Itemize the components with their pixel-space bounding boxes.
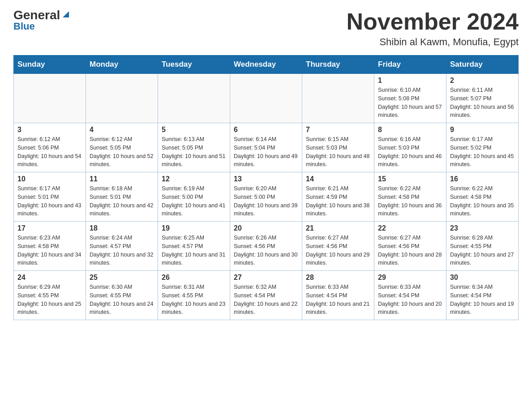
calendar-week-1: 1Sunrise: 6:10 AMSunset: 5:08 PMDaylight… (14, 74, 519, 123)
calendar-cell: 28Sunrise: 6:33 AMSunset: 4:54 PMDayligh… (302, 271, 374, 320)
calendar-cell: 10Sunrise: 6:17 AMSunset: 5:01 PMDayligh… (14, 172, 86, 222)
calendar-cell: 1Sunrise: 6:10 AMSunset: 5:08 PMDaylight… (374, 74, 446, 123)
calendar-cell: 22Sunrise: 6:27 AMSunset: 4:56 PMDayligh… (374, 222, 446, 271)
day-info: Sunrise: 6:23 AMSunset: 4:58 PMDaylight:… (17, 234, 82, 267)
day-number: 3 (17, 126, 82, 134)
calendar-cell: 13Sunrise: 6:20 AMSunset: 5:00 PMDayligh… (230, 172, 302, 222)
day-number: 5 (162, 126, 226, 134)
calendar-cell: 26Sunrise: 6:31 AMSunset: 4:55 PMDayligh… (158, 271, 230, 320)
day-info: Sunrise: 6:34 AMSunset: 4:54 PMDaylight:… (450, 283, 515, 317)
day-number: 21 (306, 224, 370, 232)
calendar-cell: 6Sunrise: 6:14 AMSunset: 5:04 PMDaylight… (230, 123, 302, 172)
day-number: 14 (306, 175, 370, 183)
day-info: Sunrise: 6:15 AMSunset: 5:03 PMDaylight:… (306, 135, 370, 169)
day-number: 8 (378, 126, 442, 134)
day-number: 9 (450, 126, 515, 134)
day-number: 30 (450, 274, 515, 282)
calendar-week-5: 24Sunrise: 6:29 AMSunset: 4:55 PMDayligh… (14, 271, 519, 320)
calendar-cell: 9Sunrise: 6:17 AMSunset: 5:02 PMDaylight… (446, 123, 519, 172)
calendar-cell: 21Sunrise: 6:27 AMSunset: 4:56 PMDayligh… (302, 222, 374, 271)
calendar-week-4: 17Sunrise: 6:23 AMSunset: 4:58 PMDayligh… (14, 222, 519, 271)
calendar-cell: 14Sunrise: 6:21 AMSunset: 4:59 PMDayligh… (302, 172, 374, 222)
weekday-header-thursday: Thursday (302, 56, 374, 74)
weekday-header-saturday: Saturday (446, 56, 519, 74)
day-number: 12 (162, 175, 226, 183)
day-number: 15 (378, 175, 442, 183)
calendar-cell: 5Sunrise: 6:13 AMSunset: 5:05 PMDaylight… (158, 123, 230, 172)
calendar-cell: 12Sunrise: 6:19 AMSunset: 5:00 PMDayligh… (158, 172, 230, 222)
day-number: 27 (234, 274, 298, 282)
day-number: 28 (306, 274, 370, 282)
day-info: Sunrise: 6:20 AMSunset: 5:00 PMDaylight:… (234, 184, 298, 218)
day-info: Sunrise: 6:30 AMSunset: 4:55 PMDaylight:… (90, 283, 154, 317)
day-info: Sunrise: 6:31 AMSunset: 4:55 PMDaylight:… (162, 283, 226, 317)
calendar-table: SundayMondayTuesdayWednesdayThursdayFrid… (13, 55, 519, 320)
day-number: 4 (90, 126, 154, 134)
calendar-cell: 2Sunrise: 6:11 AMSunset: 5:07 PMDaylight… (446, 74, 519, 123)
day-info: Sunrise: 6:16 AMSunset: 5:03 PMDaylight:… (378, 135, 442, 169)
calendar-cell (14, 74, 86, 123)
day-number: 29 (378, 274, 442, 282)
calendar-cell: 11Sunrise: 6:18 AMSunset: 5:01 PMDayligh… (86, 172, 158, 222)
day-number: 24 (17, 274, 82, 282)
calendar-cell: 19Sunrise: 6:25 AMSunset: 4:57 PMDayligh… (158, 222, 230, 271)
day-number: 16 (450, 175, 515, 183)
weekday-header-sunday: Sunday (14, 56, 86, 74)
weekday-header-monday: Monday (86, 56, 158, 74)
day-number: 18 (90, 224, 154, 232)
calendar-cell: 23Sunrise: 6:28 AMSunset: 4:55 PMDayligh… (446, 222, 519, 271)
page-title: November 2024 (347, 9, 519, 34)
day-info: Sunrise: 6:12 AMSunset: 5:05 PMDaylight:… (90, 135, 154, 169)
calendar-cell (230, 74, 302, 123)
page-subtitle: Shibin al Kawm, Monufia, Egypt (347, 36, 519, 48)
day-info: Sunrise: 6:17 AMSunset: 5:02 PMDaylight:… (450, 135, 515, 169)
svg-marker-0 (63, 11, 69, 17)
calendar-cell: 16Sunrise: 6:22 AMSunset: 4:58 PMDayligh… (446, 172, 519, 222)
day-info: Sunrise: 6:29 AMSunset: 4:55 PMDaylight:… (17, 283, 82, 317)
weekday-header-row: SundayMondayTuesdayWednesdayThursdayFrid… (14, 56, 519, 74)
day-info: Sunrise: 6:25 AMSunset: 4:57 PMDaylight:… (162, 234, 226, 267)
calendar-cell: 18Sunrise: 6:24 AMSunset: 4:57 PMDayligh… (86, 222, 158, 271)
day-number: 7 (306, 126, 370, 134)
calendar-cell: 24Sunrise: 6:29 AMSunset: 4:55 PMDayligh… (14, 271, 86, 320)
day-number: 22 (378, 224, 442, 232)
day-info: Sunrise: 6:33 AMSunset: 4:54 PMDaylight:… (306, 283, 370, 317)
calendar-cell: 27Sunrise: 6:32 AMSunset: 4:54 PMDayligh… (230, 271, 302, 320)
day-number: 19 (162, 224, 226, 232)
header: General Blue November 2024 Shibin al Kaw… (13, 9, 519, 48)
logo: General Blue (13, 9, 71, 32)
calendar-cell: 7Sunrise: 6:15 AMSunset: 5:03 PMDaylight… (302, 123, 374, 172)
day-info: Sunrise: 6:11 AMSunset: 5:07 PMDaylight:… (450, 86, 515, 120)
weekday-header-tuesday: Tuesday (158, 56, 230, 74)
calendar-cell: 30Sunrise: 6:34 AMSunset: 4:54 PMDayligh… (446, 271, 519, 320)
day-info: Sunrise: 6:27 AMSunset: 4:56 PMDaylight:… (306, 234, 370, 267)
day-number: 13 (234, 175, 298, 183)
calendar-cell: 15Sunrise: 6:22 AMSunset: 4:58 PMDayligh… (374, 172, 446, 222)
calendar-cell (86, 74, 158, 123)
calendar-cell (302, 74, 374, 123)
calendar-cell: 20Sunrise: 6:26 AMSunset: 4:56 PMDayligh… (230, 222, 302, 271)
day-info: Sunrise: 6:32 AMSunset: 4:54 PMDaylight:… (234, 283, 298, 317)
day-info: Sunrise: 6:28 AMSunset: 4:55 PMDaylight:… (450, 234, 515, 267)
day-info: Sunrise: 6:33 AMSunset: 4:54 PMDaylight:… (378, 283, 442, 317)
day-info: Sunrise: 6:26 AMSunset: 4:56 PMDaylight:… (234, 234, 298, 267)
day-number: 26 (162, 274, 226, 282)
day-number: 25 (90, 274, 154, 282)
weekday-header-friday: Friday (374, 56, 446, 74)
calendar-cell (158, 74, 230, 123)
day-number: 1 (378, 77, 442, 85)
day-info: Sunrise: 6:19 AMSunset: 5:00 PMDaylight:… (162, 184, 226, 218)
calendar-week-3: 10Sunrise: 6:17 AMSunset: 5:01 PMDayligh… (14, 172, 519, 222)
calendar-cell: 3Sunrise: 6:12 AMSunset: 5:06 PMDaylight… (14, 123, 86, 172)
day-number: 17 (17, 224, 82, 232)
calendar-week-2: 3Sunrise: 6:12 AMSunset: 5:06 PMDaylight… (14, 123, 519, 172)
calendar-cell: 29Sunrise: 6:33 AMSunset: 4:54 PMDayligh… (374, 271, 446, 320)
day-number: 11 (90, 175, 154, 183)
day-number: 10 (17, 175, 82, 183)
day-info: Sunrise: 6:13 AMSunset: 5:05 PMDaylight:… (162, 135, 226, 169)
day-number: 20 (234, 224, 298, 232)
title-area: November 2024 Shibin al Kawm, Monufia, E… (347, 9, 519, 48)
calendar-cell: 17Sunrise: 6:23 AMSunset: 4:58 PMDayligh… (14, 222, 86, 271)
day-info: Sunrise: 6:18 AMSunset: 5:01 PMDaylight:… (90, 184, 154, 218)
calendar-cell: 4Sunrise: 6:12 AMSunset: 5:05 PMDaylight… (86, 123, 158, 172)
